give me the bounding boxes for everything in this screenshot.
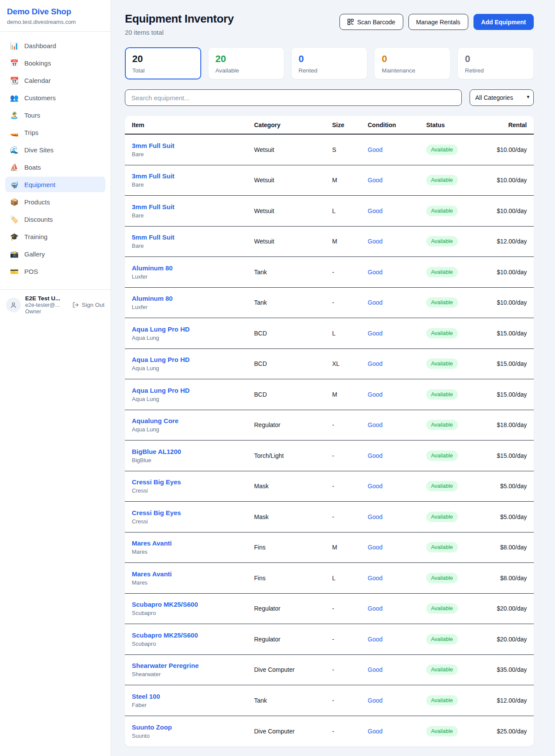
table-row[interactable]: Mares Avanti Mares Fins M Good Available…: [125, 532, 534, 563]
stat-card[interactable]: 0 Rented: [291, 47, 368, 79]
table-row[interactable]: Aluminum 80 Luxfer Tank - Good Available…: [125, 288, 534, 319]
item-condition-link[interactable]: Good: [368, 513, 426, 520]
table-row[interactable]: Aqua Lung Pro HD Aqua Lung BCD M Good Av…: [125, 379, 534, 410]
table-row[interactable]: Scubapro MK25/S600 Scubapro Regulator - …: [125, 594, 534, 625]
table-row[interactable]: Aluminum 80 Luxfer Tank - Good Available…: [125, 257, 534, 288]
stat-card[interactable]: 20 Available: [208, 47, 284, 79]
item-name-link[interactable]: Aqua Lung Pro HD: [132, 356, 254, 363]
table-row[interactable]: Steel 100 Faber Tank - Good Available $1…: [125, 685, 534, 716]
item-name-link[interactable]: Aluminum 80: [132, 295, 254, 302]
sidebar-nav-item[interactable]: 📊 Dashboard: [5, 38, 105, 53]
table-row[interactable]: BigBlue AL1200 BigBlue Torch/Light - Goo…: [125, 440, 534, 471]
sidebar-nav-item[interactable]: 📅 Bookings: [5, 55, 105, 71]
item-name-link[interactable]: Scubapro MK25/S600: [132, 631, 254, 639]
stat-card[interactable]: 0 Maintenance: [374, 47, 451, 79]
sidebar-nav-item[interactable]: 🤿 Equipment: [5, 177, 105, 192]
item-rental-rate: $5.00/day: [487, 513, 527, 520]
item-condition-link[interactable]: Good: [368, 238, 426, 245]
item-name-link[interactable]: Suunto Zoop: [132, 723, 254, 731]
sidebar-nav-item[interactable]: 🎓 Training: [5, 229, 105, 244]
sidebar-nav-item[interactable]: 👥 Customers: [5, 90, 105, 105]
item-size: -: [332, 421, 368, 428]
table-row[interactable]: Cressi Big Eyes Cressi Mask - Good Avail…: [125, 471, 534, 502]
table-row[interactable]: 3mm Full Suit Bare Wetsuit S Good Availa…: [125, 135, 534, 165]
item-condition-link[interactable]: Good: [368, 177, 426, 184]
table-row[interactable]: Suunto Zoop Suunto Dive Computer - Good …: [125, 716, 534, 747]
status-badge: Available: [426, 267, 458, 277]
item-condition-link[interactable]: Good: [368, 360, 426, 367]
table-row[interactable]: Scubapro MK25/S600 Scubapro Regulator - …: [125, 624, 534, 655]
item-condition-link[interactable]: Good: [368, 146, 426, 153]
item-name-link[interactable]: Aqua Lung Pro HD: [132, 325, 254, 333]
item-name-link[interactable]: Aluminum 80: [132, 264, 254, 272]
item-category: Mask: [254, 483, 332, 490]
item-condition-link[interactable]: Good: [368, 299, 426, 306]
sidebar-nav-item[interactable]: 📸 Gallery: [5, 246, 105, 262]
item-condition-link[interactable]: Good: [368, 605, 426, 612]
status-badge: Available: [426, 236, 458, 247]
sidebar-nav: 📊 Dashboard 📅 Bookings 📆 Calendar 👥 Cust…: [0, 32, 111, 287]
item-name-link[interactable]: Aqua Lung Pro HD: [132, 387, 254, 394]
item-brand: Scubapro: [132, 641, 254, 647]
item-name-link[interactable]: Mares Avanti: [132, 570, 254, 578]
item-name-link[interactable]: Mares Avanti: [132, 539, 254, 547]
table-row[interactable]: 3mm Full Suit Bare Wetsuit L Good Availa…: [125, 196, 534, 227]
sidebar-nav-item[interactable]: 🚤 Trips: [5, 125, 105, 140]
stat-card[interactable]: 20 Total: [125, 47, 201, 79]
item-name-link[interactable]: BigBlue AL1200: [132, 448, 254, 455]
item-category: Dive Computer: [254, 728, 332, 735]
add-equipment-button[interactable]: Add Equipment: [473, 14, 534, 30]
brand-title[interactable]: Demo Dive Shop: [7, 7, 104, 16]
table-row[interactable]: Shearwater Peregrine Shearwater Dive Com…: [125, 655, 534, 686]
item-condition-link[interactable]: Good: [368, 483, 426, 490]
table-row[interactable]: Aqualung Core Aqua Lung Regulator - Good…: [125, 410, 534, 441]
table-row[interactable]: Mares Avanti Mares Fins L Good Available…: [125, 563, 534, 594]
item-name-link[interactable]: Steel 100: [132, 693, 254, 700]
sidebar-nav-item[interactable]: 🌊 Dive Sites: [5, 142, 105, 158]
item-condition-link[interactable]: Good: [368, 330, 426, 337]
item-condition-link[interactable]: Good: [368, 207, 426, 214]
category-filter[interactable]: All Categories: [470, 89, 534, 106]
item-name-link[interactable]: 3mm Full Suit: [132, 172, 254, 180]
item-condition-link[interactable]: Good: [368, 421, 426, 428]
item-category: Wetsuit: [254, 177, 332, 184]
person-icon: [10, 302, 17, 309]
table-row[interactable]: Aqua Lung Pro HD Aqua Lung BCD XL Good A…: [125, 349, 534, 380]
item-name-link[interactable]: Cressi Big Eyes: [132, 478, 254, 486]
manage-rentals-button[interactable]: Manage Rentals: [408, 14, 468, 30]
item-condition-link[interactable]: Good: [368, 728, 426, 735]
item-name-link[interactable]: Scubapro MK25/S600: [132, 601, 254, 608]
sidebar-nav-item[interactable]: 🏷️ Discounts: [5, 211, 105, 227]
sidebar-nav-item[interactable]: 🏝️ Tours: [5, 107, 105, 123]
item-condition-link[interactable]: Good: [368, 452, 426, 459]
item-condition-link[interactable]: Good: [368, 575, 426, 582]
table-row[interactable]: Aqua Lung Pro HD Aqua Lung BCD L Good Av…: [125, 318, 534, 349]
item-condition-link[interactable]: Good: [368, 666, 426, 673]
item-rental-rate: $12.00/day: [487, 238, 527, 245]
sidebar-nav-item[interactable]: 📦 Products: [5, 194, 105, 210]
search-input[interactable]: [125, 89, 462, 106]
item-name-link[interactable]: Cressi Big Eyes: [132, 509, 254, 516]
item-name-link[interactable]: 3mm Full Suit: [132, 142, 254, 149]
item-name-link[interactable]: 5mm Full Suit: [132, 233, 254, 241]
item-condition-link[interactable]: Good: [368, 636, 426, 643]
user-name: E2E Test U...: [25, 295, 68, 302]
item-name-link[interactable]: 3mm Full Suit: [132, 203, 254, 210]
stat-card[interactable]: 0 Retired: [457, 47, 534, 79]
item-name-link[interactable]: Aqualung Core: [132, 417, 254, 424]
item-name-link[interactable]: Shearwater Peregrine: [132, 662, 254, 669]
item-condition-link[interactable]: Good: [368, 544, 426, 551]
scan-barcode-button[interactable]: Scan Barcode: [340, 14, 403, 30]
item-condition-link[interactable]: Good: [368, 391, 426, 398]
sign-out-button[interactable]: Sign Out: [72, 302, 104, 308]
table-row[interactable]: Cressi Big Eyes Cressi Mask - Good Avail…: [125, 502, 534, 532]
sidebar-nav-item[interactable]: 📆 Calendar: [5, 72, 105, 88]
table-row[interactable]: 5mm Full Suit Bare Wetsuit M Good Availa…: [125, 227, 534, 257]
item-rental-rate: $5.00/day: [487, 483, 527, 490]
sidebar-nav-item[interactable]: 💳 POS: [5, 263, 105, 279]
item-condition-link[interactable]: Good: [368, 269, 426, 276]
sidebar-nav-item[interactable]: ⛵ Boats: [5, 159, 105, 175]
table-row[interactable]: 3mm Full Suit Bare Wetsuit M Good Availa…: [125, 165, 534, 196]
item-condition-link[interactable]: Good: [368, 697, 426, 704]
item-category: Fins: [254, 575, 332, 582]
